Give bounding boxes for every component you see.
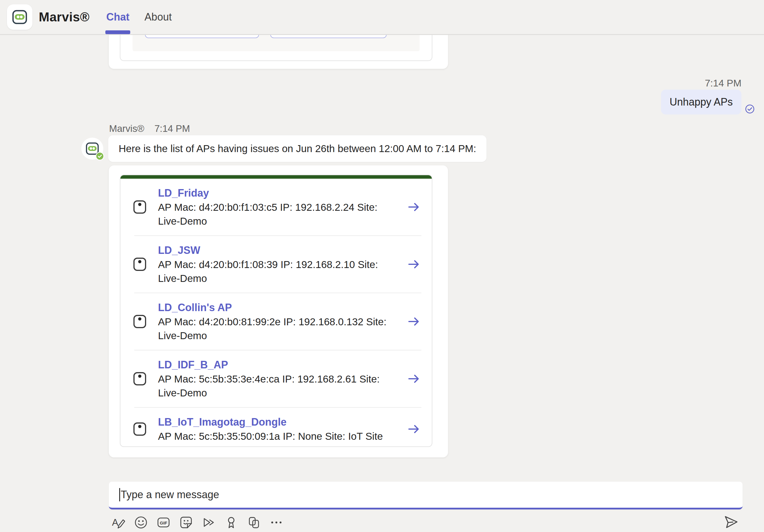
app-logo xyxy=(7,4,32,30)
format-icon[interactable]: A xyxy=(112,516,125,529)
ap-text: LD_IDF_B_AP AP Mac: 5c:5b:35:3e:4e:ca IP… xyxy=(158,358,395,400)
outgoing-message-text: Unhappy APs xyxy=(669,96,733,108)
sent-check-icon xyxy=(745,104,755,114)
ap-list-message: LD_Friday AP Mac: d4:20:b0:f1:03:c5 IP: … xyxy=(109,165,448,458)
ap-list-item: LD_Collin's AP AP Mac: d4:20:b0:81:99:2e… xyxy=(120,293,432,350)
svg-text:GIF: GIF xyxy=(160,520,167,525)
ap-list: LD_Friday AP Mac: d4:20:b0:f1:03:c5 IP: … xyxy=(120,179,432,447)
ap-list-item: LD_JSW AP Mac: d4:20:b0:f1:08:39 IP: 192… xyxy=(120,236,432,293)
gif-icon[interactable]: GIF xyxy=(157,516,170,529)
ap-list-item: LD_Friday AP Mac: d4:20:b0:f1:03:c5 IP: … xyxy=(120,179,432,235)
app-header: Marvis® Chat About xyxy=(0,0,764,35)
outgoing-message-bubble: Unhappy APs xyxy=(661,90,741,114)
access-point-icon xyxy=(133,200,146,214)
ap-details: AP Mac: 5c:5b:35:3e:4e:ca IP: 192.168.2.… xyxy=(158,372,395,400)
ap-text: LD_JSW AP Mac: d4:20:b0:f1:08:39 IP: 192… xyxy=(158,243,395,285)
ap-name-link[interactable]: LD_IDF_B_AP xyxy=(158,358,395,372)
tab-about[interactable]: About xyxy=(137,0,179,34)
ap-details: AP Mac: d4:20:b0:f1:08:39 IP: 192.168.2.… xyxy=(158,258,395,285)
ap-text: LD_Friday AP Mac: d4:20:b0:f1:03:c5 IP: … xyxy=(158,186,395,228)
incoming-timestamp: 7:14 PM xyxy=(154,123,190,134)
ap-name-link[interactable]: LD_Friday xyxy=(158,186,395,200)
more-options-icon[interactable] xyxy=(270,516,283,529)
outgoing-timestamp: 7:14 PM xyxy=(705,77,741,89)
tab-chat-label: Chat xyxy=(106,11,129,23)
access-point-icon xyxy=(133,257,146,271)
input-placeholder: Type a new message xyxy=(121,489,219,501)
ap-text: LD_Collin's AP AP Mac: d4:20:b0:81:99:2e… xyxy=(158,300,395,342)
composer-toolbar: A GIF xyxy=(112,516,283,529)
ap-name-link[interactable]: LB_IoT_Imagotag_Dongle xyxy=(158,415,395,429)
card-accent-bar xyxy=(120,175,432,179)
active-tab-underline xyxy=(105,30,130,34)
message-input[interactable]: Type a new message xyxy=(109,482,743,509)
send-icon[interactable] xyxy=(723,514,738,529)
praise-icon[interactable] xyxy=(225,516,238,529)
svg-text:A: A xyxy=(112,518,118,528)
ap-details: AP Mac: d4:20:b0:f1:03:c5 IP: 192.168.2.… xyxy=(158,200,395,228)
ap-details: AP Mac: 5c:5b:35:50:09:1a IP: None Site:… xyxy=(158,429,395,443)
stream-icon[interactable] xyxy=(202,516,215,529)
marvis-robot-icon xyxy=(10,8,29,26)
incoming-message-meta: Marvis® 7:14 PM xyxy=(109,123,190,134)
apps-icon[interactable] xyxy=(247,516,261,529)
marvis-chat-window: Marvis® Chat About 7:14 PM Unhappy APs M… xyxy=(0,0,764,532)
access-point-icon xyxy=(133,315,146,329)
ap-name-link[interactable]: LD_Collin's AP xyxy=(158,300,395,315)
access-point-icon xyxy=(133,372,146,386)
tab-bar: Chat About xyxy=(99,0,179,34)
access-point-icon xyxy=(133,422,146,436)
sender-name: Marvis® xyxy=(109,123,144,134)
arrow-right-icon[interactable] xyxy=(407,372,421,386)
emoji-icon[interactable] xyxy=(134,516,148,529)
ap-list-item: LB_IoT_Imagotag_Dongle AP Mac: 5c:5b:35:… xyxy=(120,408,432,447)
incoming-message-bubble: Here is the list of APs having issues on… xyxy=(108,135,486,162)
tab-chat[interactable]: Chat xyxy=(99,0,137,34)
arrow-right-icon[interactable] xyxy=(407,257,421,271)
ap-list-item: LD_IDF_B_AP AP Mac: 5c:5b:35:3e:4e:ca IP… xyxy=(120,350,432,407)
text-caret xyxy=(119,488,120,501)
bot-avatar xyxy=(81,138,103,160)
ap-name-link[interactable]: LD_JSW xyxy=(158,243,395,258)
tab-about-label: About xyxy=(144,11,172,23)
ap-list-card: LD_Friday AP Mac: d4:20:b0:f1:03:c5 IP: … xyxy=(120,175,432,447)
app-title: Marvis® xyxy=(39,10,90,24)
incoming-message-text: Here is the list of APs having issues on… xyxy=(119,143,476,154)
online-check-badge-icon xyxy=(96,152,104,161)
arrow-right-icon[interactable] xyxy=(407,200,421,214)
arrow-right-icon[interactable] xyxy=(407,422,421,436)
sticker-icon[interactable] xyxy=(179,516,193,529)
arrow-right-icon[interactable] xyxy=(407,315,421,329)
ap-text: LB_IoT_Imagotag_Dongle AP Mac: 5c:5b:35:… xyxy=(158,415,395,443)
ap-details: AP Mac: d4:20:b0:81:99:2e IP: 192.168.0.… xyxy=(158,315,395,342)
